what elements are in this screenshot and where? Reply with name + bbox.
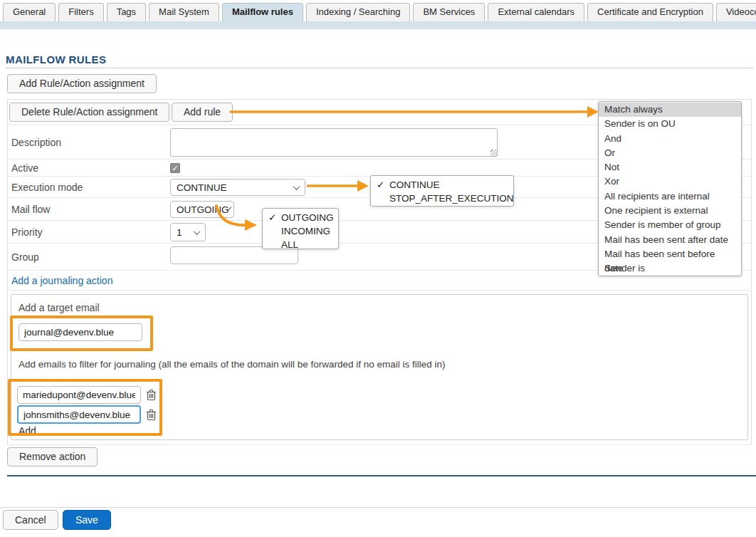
menu-item-all-recipients-internal[interactable]: All recipients are internal — [599, 189, 741, 204]
mail-flow-label: Mail flow — [11, 204, 50, 215]
menu-item-outgoing[interactable]: ✓ OUTGOING — [263, 211, 338, 224]
menu-item-match-always[interactable]: Match always — [599, 103, 741, 117]
chevron-down-icon — [194, 228, 201, 235]
mail-flow-menu: ✓ OUTGOING INCOMING ALL — [262, 208, 339, 249]
execution-mode-select[interactable]: CONTINUE — [170, 179, 305, 196]
description-label: Description — [11, 137, 61, 148]
active-tab-strip — [0, 21, 756, 29]
save-button[interactable]: Save — [63, 510, 111, 530]
menu-item-sent-before-date[interactable]: Mail has been sent before date — [599, 247, 741, 261]
group-label: Group — [11, 251, 39, 263]
tab-external-calendars[interactable]: External calendars — [488, 3, 584, 21]
page-title: MAILFLOW RULES — [6, 53, 106, 66]
tab-certificate-encryption[interactable]: Certificate and Encryption — [587, 3, 713, 21]
priority-value: 1 — [177, 227, 182, 238]
cancel-button[interactable]: Cancel — [3, 510, 58, 530]
priority-label: Priority — [11, 226, 43, 238]
filter-email-row — [17, 405, 157, 424]
execution-mode-label: Execution mode — [11, 182, 83, 193]
menu-item-incoming[interactable]: INCOMING — [263, 224, 338, 238]
target-email-label: Add a target email — [19, 302, 100, 313]
menu-item-xor[interactable]: Xor — [599, 174, 741, 189]
menu-item-not[interactable]: Not — [599, 160, 741, 174]
delete-email-button[interactable] — [146, 409, 157, 421]
trash-icon — [146, 389, 157, 401]
menu-item-continue[interactable]: ✓ CONTINUE — [371, 178, 513, 192]
tab-indexing-searching[interactable]: Indexing / Searching — [306, 3, 411, 21]
menu-item-and[interactable]: And — [599, 132, 741, 146]
target-email-input[interactable] — [19, 323, 142, 341]
priority-select[interactable]: 1 — [170, 223, 206, 241]
title-divider — [6, 68, 753, 68]
journaling-panel-row: Add a target email Add emails to filter … — [8, 291, 751, 445]
add-email-link[interactable]: Add — [19, 425, 36, 437]
settings-page: General Filters Tags Mail System Mailflo… — [0, 0, 756, 537]
tab-tags[interactable]: Tags — [107, 3, 146, 21]
active-checkbox[interactable]: ✓ — [170, 163, 180, 173]
filter-email-input-1[interactable] — [17, 386, 141, 404]
menu-item-all[interactable]: ALL — [263, 238, 338, 249]
filter-email-row — [17, 386, 157, 404]
execution-mode-value: CONTINUE — [177, 182, 227, 193]
filter-email-input-2[interactable] — [17, 405, 141, 424]
check-icon: ✓ — [377, 178, 384, 192]
check-icon: ✓ — [268, 211, 276, 224]
menu-item-sent-after-date[interactable]: Mail has been sent after date — [599, 233, 741, 247]
tab-mailflow-rules[interactable]: Mailflow rules — [222, 3, 303, 21]
menu-item-or[interactable]: Or — [599, 146, 741, 160]
tab-mail-system[interactable]: Mail System — [149, 3, 219, 21]
active-label: Active — [11, 162, 38, 174]
menu-item-sender-on-ou[interactable]: Sender is on OU — [599, 117, 741, 131]
delete-rule-action-assignment-button[interactable]: Delete Rule/Action assignment — [9, 103, 169, 122]
footer-divider — [0, 507, 756, 508]
menu-item-sender-is[interactable]: Sender is — [599, 261, 741, 276]
add-rule-button[interactable]: Add rule — [172, 103, 233, 122]
delete-email-button[interactable] — [146, 389, 157, 401]
add-journaling-action-link[interactable]: Add a journaling action — [11, 275, 112, 286]
settings-tabbar: General Filters Tags Mail System Mailflo… — [3, 3, 756, 21]
tab-videoconference[interactable]: Videoconference — [716, 3, 756, 21]
execution-mode-menu: ✓ CONTINUE STOP_AFTER_EXECUTION — [370, 175, 514, 207]
chevron-down-icon — [293, 183, 300, 190]
textarea-resize-grip[interactable] — [490, 150, 498, 157]
tab-filters[interactable]: Filters — [58, 3, 103, 21]
menu-item-one-recipient-external[interactable]: One recipient is external — [599, 204, 741, 218]
rule-type-menu: Match always Sender is on OU And Or Not … — [598, 101, 742, 276]
mail-flow-value: OUTGOING — [177, 204, 229, 215]
filter-help-text: Add emails to filter for journaling (all… — [19, 359, 446, 370]
mail-flow-select[interactable]: OUTGOING — [170, 201, 234, 218]
menu-item-sender-member-of-group[interactable]: Sender is member of group — [599, 218, 741, 232]
description-textarea[interactable] — [170, 128, 498, 157]
section-divider — [7, 475, 756, 476]
trash-icon — [146, 409, 157, 421]
add-rule-action-assignment-button[interactable]: Add Rule/Action assignment — [7, 74, 157, 93]
remove-action-button[interactable]: Remove action — [7, 447, 98, 466]
journaling-panel: Add a target email Add emails to filter … — [11, 294, 748, 440]
tab-bm-services[interactable]: BM Services — [413, 3, 485, 21]
tab-general[interactable]: General — [3, 3, 56, 21]
menu-item-stop-after-execution[interactable]: STOP_AFTER_EXECUTION — [371, 192, 513, 205]
